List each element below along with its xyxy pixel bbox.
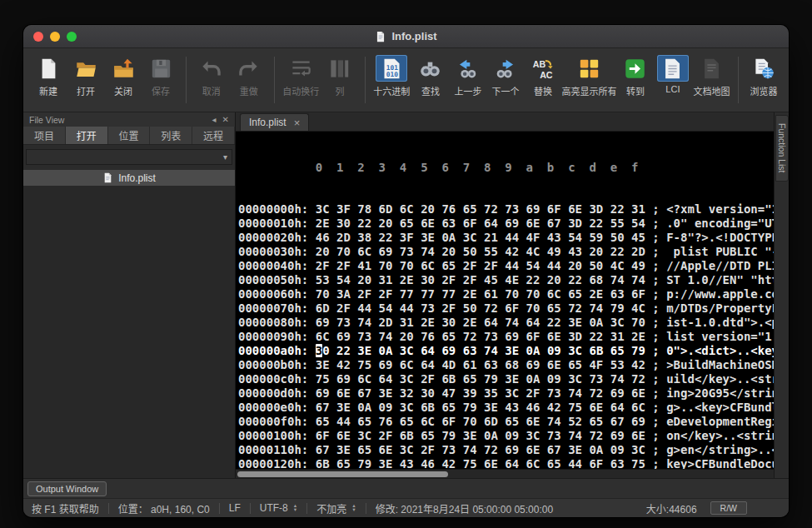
close-window-button[interactable] — [33, 32, 43, 42]
status-position: 位置： a0H, 160, C0 — [118, 501, 210, 516]
spinner-arrows-icon[interactable]: ▲▼ — [293, 504, 297, 512]
hex-row[interactable]: 00000020h: 46 2D 38 22 3F 3E 0A 3C 21 44… — [238, 231, 774, 245]
hex-address: 000000e0h: — [238, 401, 316, 414]
hex-row[interactable]: 000000c0h: 75 69 6C 64 3C 2F 6B 65 79 3E… — [238, 372, 774, 386]
hex-ascii: 0">.<dict>..<key — [666, 344, 774, 357]
toolbar-button-find[interactable]: 查找 — [414, 53, 447, 99]
minimize-window-button[interactable] — [50, 32, 60, 42]
hex-row[interactable]: 00000100h: 6F 6E 3C 2F 6B 65 79 3E 0A 09… — [238, 429, 774, 443]
toolbar-button-label: 上一步 — [454, 84, 481, 97]
hex-row[interactable]: 00000040h: 2F 2F 41 70 70 6C 65 2F 2F 44… — [238, 259, 774, 273]
hex-ascii: on</key>..<strin — [666, 429, 774, 442]
toolbar-button-close[interactable]: 关闭 — [107, 53, 140, 99]
toolbar-button-browser[interactable]: 浏览器 — [747, 53, 780, 99]
window-title: Info.plist — [391, 30, 436, 42]
file-name: Info.plist — [118, 172, 156, 184]
status-highlight-select[interactable]: 不加亮 ▲▼ — [316, 501, 356, 516]
hex-row[interactable]: 000000b0h: 3E 42 75 69 6C 64 4D 61 63 68… — [238, 358, 774, 372]
open-folder-icon — [70, 55, 102, 82]
toolbar-separator — [365, 57, 366, 103]
hex-ascii: //Apple//DTD PLI — [666, 259, 774, 272]
hex-bytes: 6B 65 79 3E 43 46 42 75 6E 64 6C 65 44 6… — [316, 457, 645, 469]
panel-close-icon[interactable]: ✕ — [222, 115, 229, 124]
hex-address: 00000030h: — [238, 245, 316, 258]
toolbar-button-label: 文档地图 — [694, 84, 730, 97]
status-modified: 修改: 2021年8月24日 05:00:00 05:00:00 — [376, 501, 553, 516]
doc-icon — [102, 172, 113, 183]
toolbar-button-lci[interactable]: LCI — [656, 53, 690, 96]
status-line-ending[interactable]: LF — [229, 502, 241, 514]
hex-row[interactable]: 00000080h: 69 73 74 2D 31 2E 30 2E 64 74… — [238, 316, 774, 330]
toolbar-button-label: LCI — [665, 84, 680, 94]
hex-row[interactable]: 000000e0h: 67 3E 0A 09 3C 6B 65 79 3E 43… — [238, 401, 774, 415]
toolbar-button-highlight-all[interactable]: 高亮显示所有 — [564, 53, 615, 99]
hex-row[interactable]: 00000000h: 3C 3F 78 6D 6C 20 76 65 72 73… — [238, 202, 774, 217]
hex-ascii: uild</key>..<str — [666, 372, 774, 386]
hex-row[interactable]: 00000030h: 20 70 6C 69 73 74 20 50 55 42… — [238, 245, 774, 259]
toolbar-button-word-wrap[interactable]: 自动换行 — [283, 53, 319, 99]
hex-icon: 101010 — [376, 55, 407, 82]
toolbar-button-label: 查找 — [421, 84, 440, 97]
hex-row[interactable]: 00000110h: 67 3E 65 6E 3C 2F 73 74 72 69… — [238, 443, 774, 457]
hex-row[interactable]: 000000a0h: 30 22 3E 0A 3C 64 69 63 74 3E… — [238, 344, 774, 358]
hex-ascii: list version="1. — [666, 330, 774, 343]
toolbar-button-columns[interactable]: 列 — [323, 53, 356, 99]
hex-address: 00000060h: — [238, 287, 316, 301]
status-encoding-select[interactable]: UTF-8 ▲▼ — [260, 502, 297, 514]
toolbar-button-save[interactable]: 保存 — [144, 53, 177, 99]
file-view-header: File View ◂ ✕ — [23, 112, 235, 127]
tab-close-icon[interactable]: × — [294, 117, 301, 128]
hex-row[interactable]: 00000050h: 53 54 20 31 2E 30 2F 2F 45 4E… — [238, 273, 774, 287]
toolbar-button-find-previous[interactable]: 上一步 — [451, 53, 485, 99]
output-window-button[interactable]: Output Window — [27, 481, 107, 496]
horizontal-scrollbar[interactable] — [236, 469, 774, 478]
hex-row[interactable]: 00000060h: 70 3A 2F 2F 77 77 77 2E 61 70… — [238, 287, 774, 301]
traffic-lights — [33, 32, 77, 42]
zoom-window-button[interactable] — [67, 32, 77, 42]
tab-info-plist[interactable]: Info.plist × — [240, 113, 309, 131]
hex-row[interactable]: 00000090h: 6C 69 73 74 20 76 65 72 73 69… — [238, 330, 774, 344]
panel-collapse-icon[interactable]: ◂ — [212, 115, 217, 124]
hex-row[interactable]: 00000120h: 6B 65 79 3E 43 46 42 75 6E 64… — [238, 457, 774, 469]
toolbar-button-hex-mode[interactable]: 101010十六进制 — [374, 53, 410, 99]
toolbar-button-goto[interactable]: 转到 — [619, 53, 652, 99]
hex-address: 000000b0h: — [238, 358, 316, 371]
toolbar-button-label: 保存 — [152, 84, 170, 97]
toolbar-button-label: 关闭 — [114, 84, 132, 97]
scrollbar-thumb[interactable] — [237, 471, 448, 477]
toolbar-button-redo[interactable]: 重做 — [232, 53, 266, 99]
file-view-tab-project[interactable]: 项目 — [23, 127, 66, 144]
status-rw-toggle[interactable]: R/W — [710, 501, 747, 515]
toolbar-button-label: 重做 — [240, 84, 258, 97]
hex-bytes: 67 3E 65 6E 3C 2F 73 74 72 69 6E 67 3E 0… — [316, 443, 645, 456]
hex-row[interactable]: 000000d0h: 69 6E 67 3E 32 30 47 39 35 3C… — [238, 386, 774, 401]
file-list-item[interactable]: Info.plist — [23, 170, 235, 186]
file-view-tab-remote[interactable]: 远程 — [192, 127, 235, 144]
toolbar-button-find-next[interactable]: 下一个 — [489, 53, 522, 99]
hex-ascii: p://www.apple.co — [666, 287, 774, 301]
hex-address: 00000000h: — [238, 202, 316, 216]
hex-bytes: 3C 3F 78 6D 6C 20 76 65 72 73 69 6F 6E 3… — [316, 202, 645, 216]
spinner-arrows-icon[interactable]: ▲▼ — [351, 504, 356, 512]
toolbar-button-label: 十六进制 — [373, 84, 410, 97]
file-view-tab-open[interactable]: 打开 — [66, 127, 108, 144]
find-prev-icon — [452, 55, 484, 82]
file-view-tab-location[interactable]: 位置 — [108, 127, 151, 144]
toolbar-button-open[interactable]: 打开 — [69, 53, 102, 99]
hex-view[interactable]: 0 1 2 3 4 5 6 7 8 9 a b c d e f 00000000… — [236, 132, 774, 469]
toolbar-button-undo[interactable]: 取消 — [195, 53, 228, 99]
file-view-tab-list[interactable]: 列表 — [150, 127, 192, 144]
hex-row[interactable]: 00000010h: 2E 30 22 20 65 6E 63 6F 64 69… — [238, 217, 774, 231]
hex-bytes: 75 69 6C 64 3C 2F 6B 65 79 3E 0A 09 3C 7… — [316, 372, 645, 386]
hex-row[interactable]: 00000070h: 6D 2F 44 54 44 73 2F 50 72 6F… — [238, 301, 774, 316]
function-list-tab[interactable]: Function List — [775, 115, 789, 182]
toolbar-button-replace[interactable]: ABAC替换 — [526, 53, 560, 99]
toolbar-button-document-map[interactable]: 文档地图 — [694, 53, 730, 99]
status-separator — [366, 503, 366, 514]
file-filter-dropdown[interactable]: ▾ — [26, 149, 232, 165]
hex-ascii: eDevelopmentRegi — [666, 415, 774, 428]
hex-bytes: 46 2D 38 22 3F 3E 0A 3C 21 44 4F 43 54 5… — [316, 231, 645, 244]
toolbar-button-new[interactable]: 新建 — [32, 53, 65, 99]
hex-row[interactable]: 000000f0h: 65 44 65 76 65 6C 6F 70 6D 65… — [238, 415, 774, 429]
titlebar[interactable]: Info.plist — [23, 25, 789, 48]
